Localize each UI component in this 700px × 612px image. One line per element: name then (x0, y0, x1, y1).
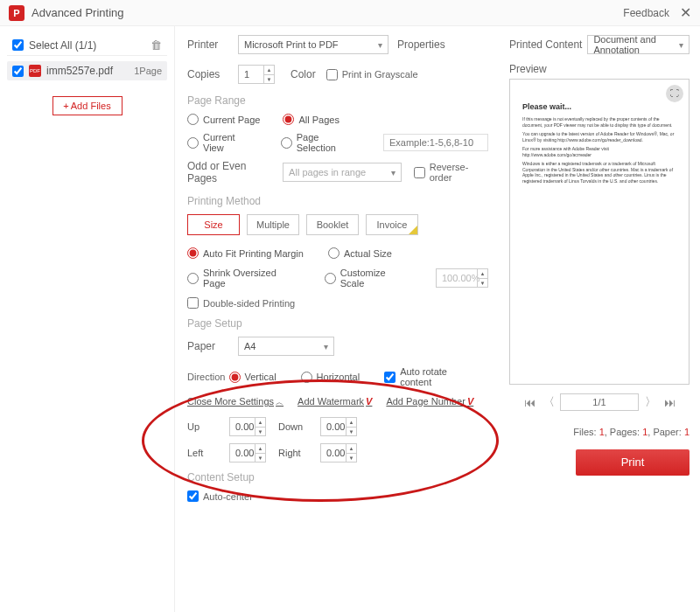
current-view-option[interactable]: Current View (187, 132, 258, 153)
margin-up-label: Up (187, 421, 217, 432)
pager-prev-icon[interactable]: 〈 (541, 394, 556, 410)
margin-up-stepper[interactable]: 0.00▲▼ (229, 417, 266, 436)
caret-icon: ▾ (378, 40, 382, 50)
direction-label: Direction (187, 372, 229, 382)
double-sided-option[interactable]: Double-sided Printing (187, 297, 488, 309)
printed-content-select[interactable]: Document and Annotation▾ (587, 35, 690, 54)
file-checkbox[interactable] (12, 66, 24, 77)
paper-label: Paper (187, 340, 238, 352)
preview-label: Preview (509, 63, 690, 75)
margin-down-label: Down (278, 421, 308, 432)
odd-even-label: Odd or Even Pages (187, 160, 276, 184)
reverse-checkbox[interactable] (414, 167, 425, 178)
add-files-button[interactable]: + Add Files (52, 96, 122, 115)
file-info: Files: 1, Pages: 1, Paper: 1 (509, 427, 690, 437)
printer-select[interactable]: Microsoft Print to PDF ▾ (238, 35, 388, 54)
custom-scale-option[interactable]: Customize Scale (325, 268, 411, 289)
preview-text: If this message is not eventually replac… (522, 116, 676, 128)
auto-rotate-checkbox[interactable] (384, 372, 396, 383)
auto-center-checkbox[interactable] (187, 490, 199, 502)
actual-size-option[interactable]: Actual Size (328, 247, 392, 259)
select-all-checkbox[interactable] (12, 39, 24, 51)
auto-rotate-option[interactable]: Auto rotate content (384, 366, 464, 387)
add-files-label: Add Files (71, 101, 111, 111)
file-name: imm5257e.pdf (46, 65, 134, 77)
checkmark-icon: V (467, 396, 473, 407)
custom-scale-stepper[interactable]: 100.00% ▲▼ (436, 268, 488, 288)
preview-text: Windows is either a registered trademark… (522, 161, 676, 184)
add-watermark-link[interactable]: Add WatermarkV (298, 396, 372, 408)
page-indicator[interactable]: 1/1 (560, 393, 639, 411)
spin-down-icon[interactable]: ▼ (264, 75, 274, 84)
method-booklet-button[interactable]: Booklet (306, 214, 359, 235)
margin-right-label: Right (278, 448, 308, 458)
file-pagecount: 1Page (134, 66, 162, 76)
window-title: Advanced Printing (32, 6, 623, 19)
checkmark-icon: V (366, 396, 372, 407)
app-logo: P (9, 5, 24, 21)
content-setup-title: Content Setup (187, 471, 488, 483)
page-setup-title: Page Setup (187, 317, 488, 330)
horizontal-option[interactable]: Horizontal (301, 372, 360, 383)
pager-last-icon[interactable]: ⏭ (662, 396, 677, 409)
current-page-option[interactable]: Current Page (187, 114, 260, 125)
printer-value: Microsoft Print to PDF (244, 39, 339, 50)
page-selection-input[interactable] (383, 134, 488, 151)
feedback-link[interactable]: Feedback (623, 7, 669, 19)
pager-first-icon[interactable]: ⏮ (522, 396, 537, 409)
printed-content-label: Printed Content (509, 38, 582, 51)
method-invoice-button[interactable]: Invoice (366, 214, 418, 235)
spin-up-icon[interactable]: ▲ (264, 66, 274, 75)
reverse-order-option[interactable]: Reverse-order (414, 162, 488, 183)
margin-left-stepper[interactable]: 0.00▲▼ (229, 443, 266, 462)
preview-text: You can upgrade to the latest version of… (522, 131, 676, 143)
auto-center-option[interactable]: Auto-center (187, 490, 488, 502)
method-multiple-button[interactable]: Multiple (247, 214, 299, 235)
pager-next-icon[interactable]: 〉 (642, 394, 658, 410)
preview-text: For more assistance with Adobe Reader vi… (522, 146, 676, 157)
preview-panel: ⛶ Please wait... If this message is not … (509, 79, 690, 385)
printer-label: Printer (187, 38, 238, 51)
close-icon[interactable]: ✕ (680, 4, 691, 21)
chevron-up-icon: ︿ (276, 398, 284, 407)
double-sided-checkbox[interactable] (187, 297, 199, 309)
add-page-number-link[interactable]: Add Page NumberV (386, 396, 473, 408)
color-label: Color (290, 68, 316, 80)
copies-value: 1 (244, 69, 249, 80)
method-size-button[interactable]: Size (187, 214, 240, 235)
select-all-label: Select All (1/1) (29, 39, 150, 52)
page-selection-option[interactable]: Page Selection (281, 132, 360, 153)
trash-icon[interactable]: 🗑 (150, 38, 162, 52)
grayscale-option[interactable]: Print in Grayscale (326, 69, 418, 80)
margin-left-label: Left (187, 448, 217, 458)
paper-select[interactable]: A4▾ (238, 337, 334, 356)
vertical-option[interactable]: Vertical (229, 372, 276, 383)
copies-stepper[interactable]: 1 ▲▼ (238, 65, 275, 84)
margin-right-stepper[interactable]: 0.00▲▼ (320, 443, 357, 462)
auto-fit-option[interactable]: Auto Fit Printing Margin (187, 247, 304, 259)
copies-label: Copies (187, 68, 238, 80)
page-range-title: Page Range (187, 94, 488, 107)
all-pages-option[interactable]: All Pages (283, 114, 339, 125)
margin-down-stepper[interactable]: 0.00▲▼ (320, 417, 357, 436)
grayscale-checkbox[interactable] (326, 69, 338, 80)
properties-link[interactable]: Properties (397, 38, 445, 51)
preview-wait-title: Please wait... (522, 102, 676, 111)
pdf-icon: PDF (29, 65, 41, 77)
grayscale-label: Print in Grayscale (342, 69, 418, 80)
plus-icon: + (63, 101, 68, 111)
printing-method-title: Printing Method (187, 195, 488, 207)
shrink-option[interactable]: Shrink Oversized Page (187, 268, 300, 289)
close-more-settings-link[interactable]: Close More Settings︿ (187, 396, 284, 408)
odd-even-select[interactable]: All pages in range▾ (283, 163, 402, 182)
file-row[interactable]: PDF imm5257e.pdf 1Page (7, 61, 167, 80)
print-button[interactable]: Print (576, 449, 690, 476)
expand-icon[interactable]: ⛶ (666, 85, 683, 102)
